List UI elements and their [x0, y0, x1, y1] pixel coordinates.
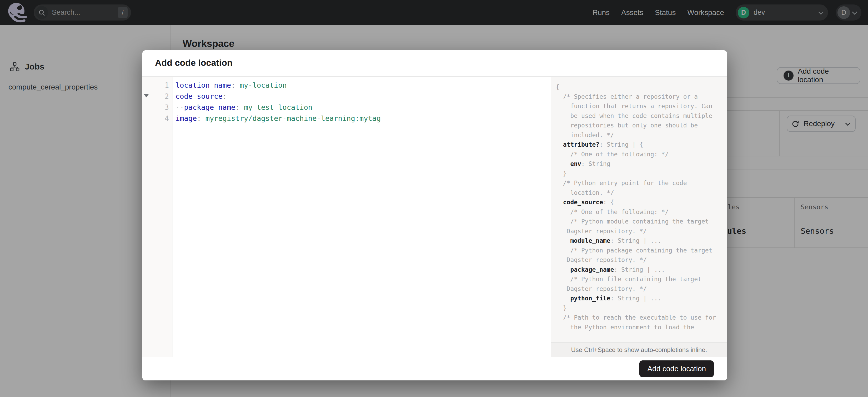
dialog-body: 1234 location_name: my-locationcode_sour…: [142, 77, 727, 357]
code-line[interactable]: location_name: my-location: [176, 80, 551, 91]
dialog-footer: Add code location: [142, 357, 727, 380]
editor-gutter: 1234: [142, 77, 173, 357]
app-root: / Runs Assets Status Workspace D dev D: [0, 0, 868, 397]
autocomplete-hint: Use Ctrl+Space to show auto-completions …: [551, 342, 727, 357]
schema-doc-line: }: [556, 169, 727, 179]
line-number: 3: [142, 102, 173, 113]
schema-doc-line: package_name: String | ...: [556, 265, 727, 275]
schema-doc-line: the Python environment to load the: [556, 323, 727, 332]
schema-doc-line: included. */: [556, 130, 727, 140]
schema-doc-line: python_file: String | ...: [556, 294, 727, 303]
add-code-location-dialog: Add code location 1234 location_name: my…: [142, 50, 727, 380]
fold-arrow-icon[interactable]: [144, 94, 149, 97]
schema-doc-line: code_source: {: [556, 197, 727, 207]
schema-doc-line: Dagster repository. */: [556, 284, 727, 294]
schema-doc-line: Dagster repository. */: [556, 255, 727, 265]
schema-doc-line: /* Python package containing the target: [556, 246, 727, 255]
schema-doc-line: /* One of the following: */: [556, 207, 727, 217]
code-line[interactable]: ··package_name: my_test_location: [176, 102, 551, 113]
yaml-editor[interactable]: location_name: my-locationcode_source:··…: [174, 77, 551, 357]
schema-doc-line: /* Specifies either a repository or a: [556, 92, 727, 102]
schema-doc-line: /* Path to reach the executable to use f…: [556, 313, 727, 323]
schema-doc-line: }: [556, 303, 727, 313]
schema-doc-line: /* Python module containing the target: [556, 217, 727, 226]
add-code-location-submit-button[interactable]: Add code location: [639, 360, 714, 377]
schema-doc-line: /* One of the following: */: [556, 150, 727, 159]
schema-doc-line: /* Python file containing the target: [556, 274, 727, 284]
schema-docs-lines: { /* Specifies either a repository or a …: [551, 77, 727, 342]
schema-doc-line: env: String: [556, 159, 727, 169]
dialog-header: Add code location: [142, 50, 727, 77]
schema-doc-line: /* Python entry point for the code: [556, 178, 727, 188]
schema-doc-line: be used when the code contains multiple: [556, 111, 727, 121]
schema-doc-line: function that returns a repository. Can: [556, 101, 727, 111]
schema-doc-line: module_name: String | ...: [556, 236, 727, 246]
schema-docs-panel: { /* Specifies either a repository or a …: [551, 77, 727, 357]
schema-doc-line: repositories but only one should be: [556, 121, 727, 130]
schema-doc-line: attribute?: String | {: [556, 140, 727, 150]
editor-gutter-numbers: 1234: [142, 77, 173, 124]
line-number: 4: [142, 113, 173, 124]
code-line[interactable]: image: myregistry/dagster-machine-learni…: [176, 113, 551, 124]
code-line[interactable]: code_source:: [176, 91, 551, 102]
schema-doc-line: location. */: [556, 188, 727, 198]
schema-doc-line: Dagster repository. */: [556, 226, 727, 236]
line-number: 1: [142, 80, 173, 91]
schema-doc-line: {: [556, 82, 727, 92]
dialog-title: Add code location: [155, 58, 232, 68]
